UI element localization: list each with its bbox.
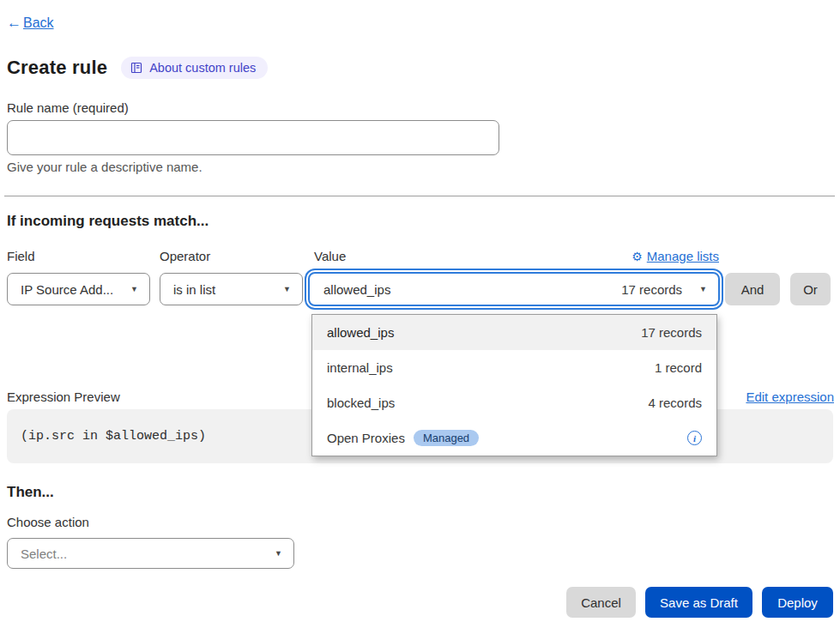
field-label: Field	[7, 249, 35, 263]
value-label: Value	[314, 249, 346, 263]
operator-select-value: is in list	[173, 282, 215, 297]
section-divider	[4, 196, 835, 196]
and-button[interactable]: And	[725, 273, 780, 305]
list-item-blocked-ips[interactable]: blocked_ips 4 records	[312, 385, 716, 420]
info-icon[interactable]: i	[687, 431, 702, 445]
match-heading: If incoming requests match...	[7, 213, 208, 230]
manage-lists-label[interactable]: Manage lists	[647, 249, 719, 263]
list-item-name: Open Proxies	[327, 431, 405, 445]
field-select-value: IP Source Add...	[21, 282, 113, 297]
list-item-open-proxies[interactable]: Open Proxies Managed i	[312, 420, 716, 456]
chevron-down-icon: ▼	[283, 285, 291, 293]
value-select-count: 17 records	[621, 282, 682, 297]
list-item-count: 17 records	[641, 325, 702, 340]
operator-label: Operator	[160, 249, 210, 263]
or-button[interactable]: Or	[790, 273, 831, 305]
deploy-button[interactable]: Deploy	[762, 587, 833, 618]
chevron-down-icon: ▼	[130, 285, 138, 293]
gear-icon: ⚙	[632, 250, 643, 263]
chevron-down-icon: ▼	[275, 549, 282, 558]
cancel-button[interactable]: Cancel	[566, 587, 636, 618]
manage-lists-link[interactable]: ⚙ Manage lists	[632, 249, 719, 263]
about-badge-label: About custom rules	[149, 61, 256, 75]
rule-name-input[interactable]	[7, 120, 499, 155]
create-rule-page: ← Back Create rule About custom rules Ru…	[0, 0, 840, 634]
action-select[interactable]: Select... ▼	[7, 538, 294, 569]
list-item-name: blocked_ips	[327, 395, 395, 410]
list-item-allowed-ips[interactable]: allowed_ips 17 records	[312, 315, 716, 350]
chevron-down-icon: ▼	[699, 285, 707, 293]
operator-select[interactable]: is in list ▼	[160, 273, 303, 305]
value-select[interactable]: allowed_ips 17 records ▼	[308, 272, 720, 306]
expression-code: (ip.src in $allowed_ips)	[21, 429, 206, 444]
page-title: Create rule	[7, 57, 107, 79]
list-item-count: 1 record	[655, 360, 702, 375]
rule-name-helper: Give your rule a descriptive name.	[7, 160, 202, 174]
list-item-name: allowed_ips	[327, 325, 394, 340]
list-item-internal-ips[interactable]: internal_ips 1 record	[312, 350, 716, 385]
edit-expression-link[interactable]: Edit expression	[746, 389, 834, 404]
about-custom-rules-badge[interactable]: About custom rules	[121, 57, 268, 79]
book-icon	[130, 62, 142, 74]
back-link[interactable]: ← Back	[7, 15, 54, 32]
then-heading: Then...	[7, 484, 54, 501]
back-link-label[interactable]: Back	[23, 15, 54, 31]
choose-action-label: Choose action	[7, 515, 89, 529]
list-dropdown-panel: allowed_ips 17 records internal_ips 1 re…	[311, 314, 717, 456]
rule-name-label: Rule name (required)	[7, 100, 129, 115]
back-arrow-icon: ←	[7, 15, 21, 32]
expression-preview-label: Expression Preview	[7, 389, 120, 404]
save-as-draft-button[interactable]: Save as Draft	[645, 587, 752, 618]
field-select[interactable]: IP Source Add... ▼	[7, 273, 150, 305]
managed-badge: Managed	[414, 430, 479, 446]
title-row: Create rule About custom rules	[7, 57, 268, 79]
action-select-placeholder: Select...	[21, 546, 67, 561]
value-select-name: allowed_ips	[323, 282, 390, 297]
list-item-name: internal_ips	[327, 360, 393, 375]
list-item-count: 4 records	[648, 395, 702, 410]
